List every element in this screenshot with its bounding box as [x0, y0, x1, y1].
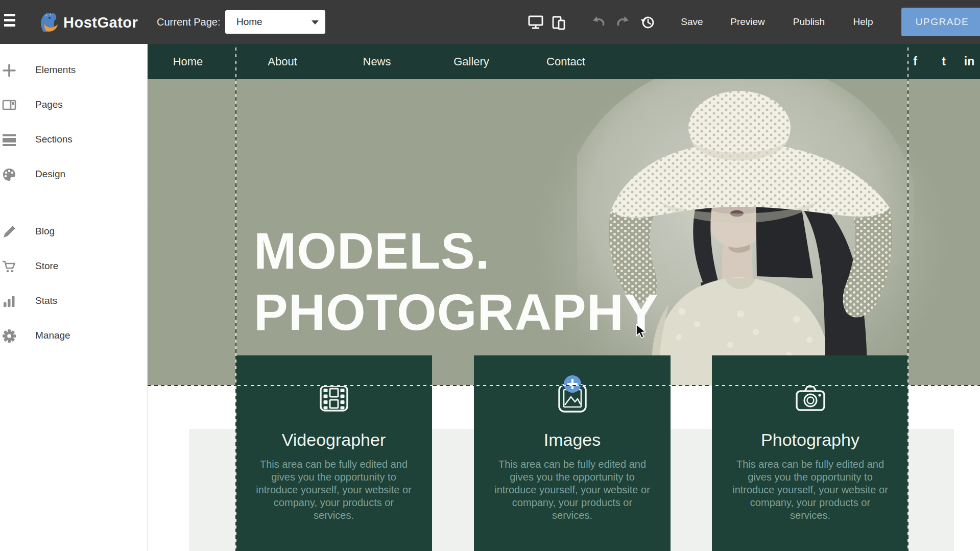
card-title[interactable]: Photography	[712, 430, 909, 450]
card-title[interactable]: Videographer	[235, 430, 432, 450]
builder-sidebar: Elements Pages Sections Design	[0, 44, 148, 551]
hero-title-line1: MODELS.	[254, 220, 659, 281]
section-outline-left	[235, 44, 236, 551]
page-select-value: Home	[236, 16, 262, 28]
hamburger-menu-icon[interactable]	[4, 14, 19, 30]
undo-icon[interactable]	[592, 16, 606, 30]
redo-icon[interactable]	[616, 16, 629, 30]
sidebar-item-label: Store	[35, 256, 58, 276]
preview-button[interactable]: Preview	[730, 16, 765, 28]
section-outline-right	[907, 44, 909, 551]
mobile-view-icon[interactable]	[552, 16, 567, 32]
add-image-badge[interactable]	[564, 375, 581, 393]
sidebar-item-label: Stats	[35, 291, 57, 311]
sidebar-item-label: Blog	[35, 221, 55, 242]
card-body-text[interactable]: This area can be fully edited and gives …	[732, 458, 889, 522]
sidebar-item-store[interactable]: Store	[0, 256, 147, 276]
linkedin-icon[interactable]: in	[964, 44, 974, 79]
plus-icon	[2, 63, 16, 78]
brand-name: HostGator	[63, 14, 138, 31]
current-page-label: Current Page:	[157, 16, 221, 28]
sidebar-divider	[0, 204, 148, 204]
hero-title[interactable]: MODELS. PHOTOGRAPHY	[254, 220, 659, 343]
sidebar-item-stats[interactable]: Stats	[0, 291, 147, 311]
pages-icon	[2, 98, 16, 112]
card-body-text[interactable]: This area can be fully edited and gives …	[255, 458, 412, 522]
twitter-icon[interactable]: t	[942, 44, 946, 79]
card-body-text[interactable]: This area can be fully edited and gives …	[494, 458, 651, 522]
hostgator-gator-icon	[39, 27, 59, 35]
site-nav-bar[interactable]: Home About News Gallery Contact f t in	[148, 44, 980, 79]
hero-section[interactable]: MODELS. PHOTOGRAPHY	[148, 79, 980, 386]
sidebar-item-elements[interactable]: Elements	[0, 60, 147, 80]
help-button[interactable]: Help	[853, 16, 873, 28]
site-nav-news[interactable]: News	[363, 44, 391, 79]
film-icon[interactable]	[318, 382, 350, 414]
sidebar-item-label: Elements	[35, 60, 76, 80]
site-preview-canvas: Home About News Gallery Contact f t in	[148, 44, 980, 551]
cart-icon	[2, 259, 16, 274]
card-title[interactable]: Images	[474, 430, 671, 450]
page-select-dropdown[interactable]: Home	[225, 10, 325, 34]
sidebar-item-label: Pages	[35, 94, 63, 115]
sidebar-item-sections[interactable]: Sections	[0, 129, 147, 150]
site-nav-contact[interactable]: Contact	[546, 44, 585, 79]
save-button[interactable]: Save	[681, 16, 703, 28]
pencil-icon	[2, 225, 16, 239]
section-outline-bottom	[148, 385, 980, 386]
site-nav-gallery[interactable]: Gallery	[453, 44, 489, 79]
site-nav-home[interactable]: Home	[173, 44, 203, 79]
sidebar-item-label: Manage	[35, 325, 70, 346]
gear-icon	[2, 329, 16, 343]
bar-chart-icon	[2, 294, 16, 308]
publish-button[interactable]: Publish	[793, 16, 825, 28]
history-icon[interactable]	[641, 15, 655, 31]
sidebar-item-pages[interactable]: Pages	[0, 94, 147, 115]
editor-toolbar: HostGator Current Page: Home	[0, 0, 980, 44]
facebook-icon[interactable]: f	[913, 44, 917, 79]
camera-icon[interactable]	[795, 382, 826, 414]
site-nav-about[interactable]: About	[268, 44, 297, 79]
sidebar-item-blog[interactable]: Blog	[0, 221, 147, 242]
desktop-view-icon[interactable]	[528, 15, 544, 31]
sidebar-item-manage[interactable]: Manage	[0, 325, 147, 346]
image-icon[interactable]	[557, 382, 588, 414]
upgrade-button[interactable]: UPGRADE	[901, 8, 980, 36]
hostgator-logo[interactable]: HostGator	[39, 11, 146, 34]
sidebar-item-label: Sections	[35, 129, 73, 150]
chevron-down-icon	[312, 20, 319, 25]
sidebar-item-design[interactable]: Design	[0, 164, 147, 184]
sidebar-item-label: Design	[35, 164, 65, 184]
sections-icon	[2, 133, 16, 147]
palette-icon	[2, 167, 16, 182]
hero-title-line2: PHOTOGRAPHY	[254, 281, 659, 343]
